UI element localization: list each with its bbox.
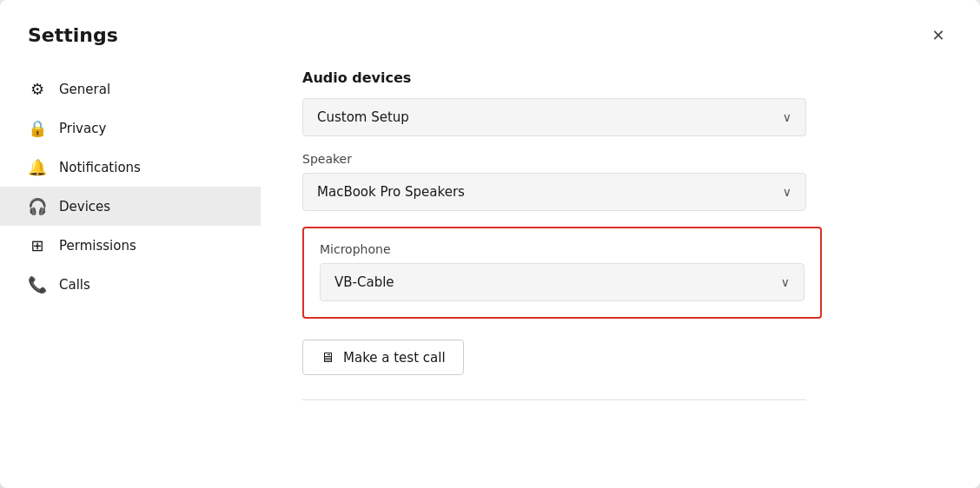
close-button[interactable]: ✕ <box>924 21 952 49</box>
test-call-label: Make a test call <box>343 350 446 366</box>
speaker-value: MacBook Pro Speakers <box>317 184 465 200</box>
microphone-value: VB-Cable <box>334 274 394 290</box>
phone-icon: 📞 <box>28 275 47 293</box>
divider <box>302 399 806 400</box>
section-title: Audio devices <box>302 69 938 86</box>
sidebar-label-general: General <box>59 82 110 97</box>
audio-devices-value: Custom Setup <box>317 109 409 125</box>
speaker-dropdown[interactable]: MacBook Pro Speakers ∨ <box>302 173 806 211</box>
sidebar-item-permissions[interactable]: ⊞ Permissions <box>0 226 261 265</box>
sidebar-item-privacy[interactable]: 🔒 Privacy <box>0 109 261 148</box>
sidebar: ⚙ General 🔒 Privacy 🔔 Notifications 🎧 De… <box>0 63 261 467</box>
sidebar-item-devices[interactable]: 🎧 Devices <box>0 187 261 226</box>
sidebar-item-notifications[interactable]: 🔔 Notifications <box>0 148 261 187</box>
microphone-section: Microphone VB-Cable ∨ <box>302 227 822 319</box>
sidebar-label-permissions: Permissions <box>59 238 136 254</box>
sidebar-label-privacy: Privacy <box>59 121 106 136</box>
grid-icon: ⊞ <box>28 236 47 254</box>
dialog-body: ⚙ General 🔒 Privacy 🔔 Notifications 🎧 De… <box>0 56 980 488</box>
settings-dialog: Settings ✕ ⚙ General 🔒 Privacy 🔔 Notific… <box>0 0 980 488</box>
sidebar-item-calls[interactable]: 📞 Calls <box>0 265 261 304</box>
sidebar-label-calls: Calls <box>59 277 90 293</box>
chevron-down-icon: ∨ <box>783 185 791 199</box>
sidebar-label-devices: Devices <box>59 199 110 214</box>
sidebar-label-notifications: Notifications <box>59 160 141 175</box>
microphone-dropdown[interactable]: VB-Cable ∨ <box>320 263 805 301</box>
dialog-title: Settings <box>28 24 118 46</box>
make-test-call-button[interactable]: 🖥 Make a test call <box>302 340 464 375</box>
chevron-down-icon: ∨ <box>783 110 791 124</box>
chevron-down-icon: ∨ <box>781 275 790 289</box>
bell-icon: 🔔 <box>28 158 47 176</box>
dialog-header: Settings ✕ <box>0 0 980 56</box>
microphone-label: Microphone <box>320 242 805 256</box>
audio-devices-dropdown[interactable]: Custom Setup ∨ <box>302 98 806 136</box>
main-content: Audio devices Custom Setup ∨ Speaker Mac… <box>261 63 980 467</box>
speaker-label: Speaker <box>302 152 938 166</box>
sidebar-item-general[interactable]: ⚙ General <box>0 69 261 109</box>
video-call-icon: 🖥 <box>321 349 334 366</box>
headset-icon: 🎧 <box>28 197 47 215</box>
gear-icon: ⚙ <box>28 80 47 98</box>
lock-icon: 🔒 <box>28 119 47 137</box>
